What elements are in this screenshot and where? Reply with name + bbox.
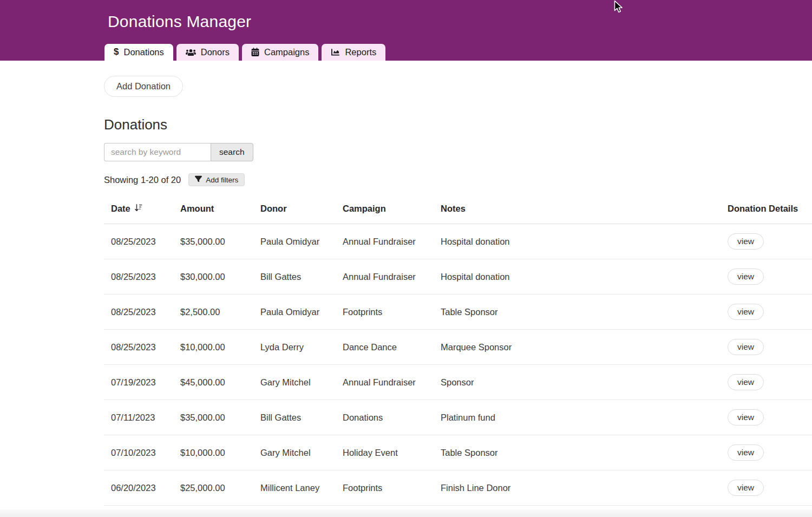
column-header-date[interactable]: Date [104,194,173,224]
cell-notes: Table Sponsor [434,295,721,330]
results-summary: Showing 1-20 of 20 [104,175,181,185]
cell-amount: $35,000.00 [173,224,253,259]
table-row: 06/20/2023 $25,000.00 Millicent Laney Fo… [104,470,812,506]
cell-amount: $2,500.00 [173,295,253,330]
cell-campaign: Footprints [336,295,434,330]
cell-campaign: Annual Fundraiser [336,365,434,400]
cell-details: view [721,400,812,435]
calendar-icon [251,48,259,56]
cell-donor: Gary Mitchel [253,435,336,470]
cell-date: 07/10/2023 [104,435,173,470]
table-row: 08/25/2023 $10,000.00 Lyda Derry Dance D… [104,330,812,365]
add-filters-label: Add filters [206,176,238,184]
cell-amount: $10,000.00 [173,330,253,365]
cell-details: view [721,259,812,295]
cell-donor: Gary Mitchel [253,365,336,400]
cell-notes: Hospital donation [434,259,721,295]
view-button[interactable]: view [728,409,764,426]
view-button[interactable]: view [728,374,764,390]
add-donation-button[interactable]: Add Donation [104,76,183,97]
cell-details: view [721,435,812,470]
search-input[interactable] [104,143,211,161]
chart-area-icon [331,48,340,56]
cell-campaign: Footprints [336,470,434,506]
table-row: 08/25/2023 $35,000.00 Paula Omidyar Annu… [104,224,812,259]
tab-campaigns[interactable]: Campaigns [242,44,318,61]
cell-donor: Millicent Laney [253,470,336,506]
view-button[interactable]: view [728,480,764,496]
view-button[interactable]: view [728,515,764,517]
tab-bar: $ Donations Donors Campaigns Reports [104,44,385,61]
cell-campaign: Holiday Event [336,435,434,470]
cell-date: 08/25/2023 [104,259,173,295]
cell-campaign: Bake Sale [336,506,434,517]
cell-date: 08/25/2023 [104,330,173,365]
column-header-campaign[interactable]: Campaign [336,194,434,224]
section-heading: Donations [104,116,812,133]
cell-date: 06/20/2023 [104,470,173,506]
cell-amount: $30,000.00 [173,259,253,295]
cell-notes: Finish Line Donor [434,470,721,506]
cell-details: view [721,295,812,330]
column-header-donor[interactable]: Donor [253,194,336,224]
table-row: 08/25/2023 $2,500.00 Paula Omidyar Footp… [104,295,812,330]
cell-campaign: Annual Fundraiser [336,259,434,295]
cell-amount: $10,000.00 [173,435,253,470]
cell-notes: Table Sponsor [434,435,721,470]
tab-label: Donors [201,47,230,57]
cell-campaign: Donations [336,400,434,435]
tab-reports[interactable]: Reports [322,44,385,61]
cell-details: view [721,365,812,400]
view-button[interactable]: view [728,304,764,320]
results-row: Showing 1-20 of 20 Add filters [104,173,812,186]
cell-date: 06/15/2023 [104,506,173,517]
dollar-icon: $ [114,47,119,57]
users-icon [186,48,196,56]
view-button[interactable]: view [728,233,764,250]
cell-donor: Bill Gattes [253,259,336,295]
donations-table: Date Amount Donor Campaign Notes Donatio… [104,194,812,517]
view-button[interactable]: view [728,444,764,461]
cell-campaign: Annual Fundraiser [336,224,434,259]
cell-details: view [721,224,812,259]
cell-amount: $2,500.00 [173,506,253,517]
cell-donor: Bill Gattes [253,400,336,435]
column-header-amount[interactable]: Amount [173,194,253,224]
add-filters-button[interactable]: Add filters [188,173,245,186]
cell-notes: Marquee Sponsor [434,330,721,365]
cell-donor: Paula Omidyar [253,295,336,330]
cell-donor: Paula Omidyar [253,224,336,259]
tab-donations[interactable]: $ Donations [104,44,173,61]
table-row: 07/11/2023 $35,000.00 Bill Gattes Donati… [104,400,812,435]
tab-label: Reports [345,47,376,57]
cell-details: view [721,470,812,506]
cell-notes: Hospital donation [434,224,721,259]
cell-donor: Bill Gattes [253,506,336,517]
table-row: 07/10/2023 $10,000.00 Gary Mitchel Holid… [104,435,812,470]
cell-details: view [721,506,812,517]
view-button[interactable]: view [728,339,764,355]
cell-donor: Lyda Derry [253,330,336,365]
view-button[interactable]: view [728,269,764,285]
table-row: 06/15/2023 $2,500.00 Bill Gattes Bake Sa… [104,506,812,517]
cell-amount: $25,000.00 [173,470,253,506]
page-title: Donations Manager [0,0,812,31]
sort-descending-icon [134,204,143,214]
cell-notes: He didn't even buy any baked good, just … [434,506,721,517]
search-button[interactable]: search [211,143,253,161]
table-row: 08/25/2023 $30,000.00 Bill Gattes Annual… [104,259,812,295]
cell-date: 07/11/2023 [104,400,173,435]
search-group: search [104,143,812,161]
app-header: Donations Manager $ Donations Donors Cam… [0,0,812,61]
tab-donors[interactable]: Donors [176,44,239,61]
cell-amount: $35,000.00 [173,400,253,435]
column-header-notes[interactable]: Notes [434,194,721,224]
column-label: Date [111,204,130,214]
table-header: Date Amount Donor Campaign Notes Donatio… [104,194,812,224]
column-header-donation-details: Donation Details [721,194,812,224]
table-row: 07/19/2023 $45,000.00 Gary Mitchel Annua… [104,365,812,400]
cell-amount: $45,000.00 [173,365,253,400]
cell-campaign: Dance Dance [336,330,434,365]
cell-date: 07/19/2023 [104,365,173,400]
cell-date: 08/25/2023 [104,224,173,259]
